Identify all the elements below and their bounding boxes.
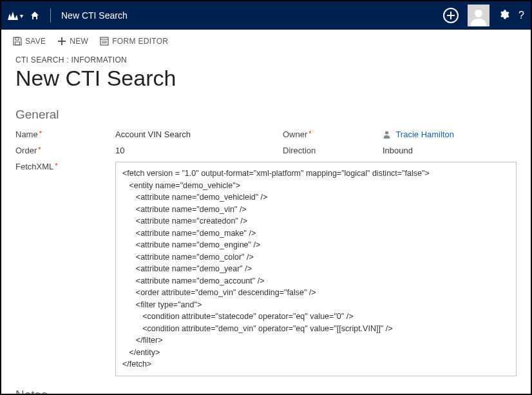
person-icon — [383, 130, 391, 139]
help-icon[interactable]: ? — [518, 10, 524, 21]
order-label: Order* — [15, 146, 109, 155]
fetchxml-field[interactable]: <fetch version = "1.0" output-format="xm… — [115, 162, 517, 376]
quick-create-button[interactable] — [443, 8, 459, 23]
form-content: CTI SEARCH : INFORMATION New CTI Search … — [1, 55, 531, 395]
new-button[interactable]: NEW — [57, 37, 88, 46]
form-icon — [100, 37, 109, 46]
field-grid: Name* Account VIN Search Owner* Tracie H… — [15, 130, 517, 155]
name-field[interactable]: Account VIN Search — [115, 130, 276, 139]
save-icon — [13, 37, 22, 46]
name-label: Name* — [15, 130, 109, 139]
svg-point-0 — [475, 10, 482, 17]
svg-point-7 — [385, 131, 388, 134]
home-icon[interactable] — [30, 10, 40, 21]
top-nav-right: ? — [443, 5, 524, 26]
topbar-title: New CTI Search — [61, 10, 128, 21]
form-editor-button[interactable]: FORM EDITOR — [100, 37, 168, 46]
breadcrumb: CTI SEARCH : INFORMATION — [15, 55, 517, 64]
svg-rect-1 — [15, 37, 19, 40]
plus-icon — [57, 37, 66, 46]
order-field[interactable]: 10 — [115, 146, 276, 155]
top-nav-left: ▾ New CTI Search — [8, 8, 128, 23]
section-notes: Notes — [15, 388, 517, 396]
form-editor-label: FORM EDITOR — [112, 37, 168, 46]
user-avatar[interactable] — [468, 5, 489, 26]
direction-field[interactable]: Inbound — [383, 146, 517, 155]
new-label: NEW — [70, 37, 88, 46]
page-title: New CTI Search — [15, 66, 517, 91]
save-label: SAVE — [25, 37, 46, 46]
owner-link[interactable]: Tracie Hamilton — [395, 130, 454, 139]
top-nav-bar: ▾ New CTI Search ? — [1, 1, 531, 30]
svg-rect-2 — [15, 42, 20, 45]
app-logo-menu[interactable]: ▾ — [8, 11, 23, 20]
command-bar: SAVE NEW FORM EDITOR — [1, 30, 531, 53]
separator — [50, 8, 51, 23]
owner-field[interactable]: Tracie Hamilton — [383, 130, 517, 139]
fetchxml-label: FetchXML* — [15, 162, 109, 376]
section-general: General — [15, 108, 517, 122]
fetchxml-row: FetchXML* <fetch version = "1.0" output-… — [15, 162, 517, 376]
settings-icon[interactable] — [499, 9, 509, 23]
owner-label: Owner* — [283, 130, 376, 139]
chevron-down-icon: ▾ — [20, 12, 23, 19]
direction-label: Direction — [283, 146, 376, 155]
save-button[interactable]: SAVE — [13, 37, 46, 46]
